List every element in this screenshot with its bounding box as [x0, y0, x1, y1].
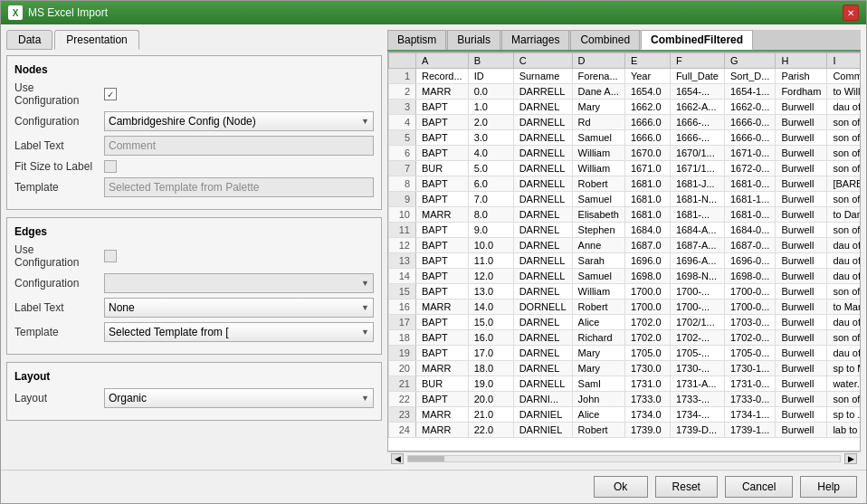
table-cell: BAPT	[416, 115, 469, 130]
table-cell: Sarah	[572, 253, 624, 269]
row-number: 23	[389, 407, 416, 423]
edges-use-config-checkbox[interactable]	[104, 250, 117, 262]
edges-template-select[interactable]: Selected Template from [ ▼	[104, 322, 374, 342]
layout-control: Organic ▼	[104, 388, 374, 408]
table-cell: 1681-0...	[724, 176, 775, 192]
row-number: 3	[389, 100, 416, 115]
main-content: Data Presentation Nodes Use Configuratio…	[1, 24, 866, 470]
table-cell: 1702-0...	[724, 330, 775, 346]
table-cell: DARNEL	[513, 361, 572, 376]
table-cell: 18.0	[468, 361, 513, 376]
nodes-fit-size-control	[104, 160, 374, 173]
cancel-button[interactable]: Cancel	[725, 476, 793, 498]
nodes-config-select[interactable]: Cambridgeshire Config (Node) ▼	[104, 111, 374, 131]
nodes-use-config-checkbox[interactable]: ✓	[104, 88, 117, 100]
table-cell: dau of ...	[827, 346, 861, 361]
table-cell: 6.0	[468, 176, 513, 192]
layout-section-title: Layout	[14, 370, 374, 383]
table-cell: DARRELL	[513, 84, 572, 100]
nodes-use-config-row: Use Configuration ✓	[14, 81, 374, 107]
table-cell: Saml	[572, 376, 624, 392]
edges-label-text-select[interactable]: None ▼	[104, 298, 374, 318]
table-cell: DORNELL	[513, 300, 572, 315]
table-cell: Surname	[513, 69, 572, 84]
edges-label-text-row: Label Text None ▼	[14, 298, 374, 318]
table-cell: 1731-A...	[670, 376, 724, 392]
table-cell: Burwell	[776, 192, 827, 207]
table-cell: ID	[468, 69, 513, 84]
table-cell: BAPT	[416, 100, 469, 115]
table-cell: Burwell	[776, 207, 827, 223]
horizontal-scrollbar[interactable]: ◀ ▶	[387, 452, 861, 464]
table-cell: 1730-...	[670, 361, 724, 376]
scroll-track[interactable]	[407, 455, 841, 462]
layout-section: Layout Layout Organic ▼	[6, 362, 382, 421]
nodes-use-config-control: ✓	[104, 88, 374, 100]
table-cell: DARNELL	[513, 146, 572, 161]
table-row: 11BAPT9.0DARNELStephen1684.01684-A...168…	[389, 223, 862, 238]
table-cell: 1681-0...	[724, 207, 775, 223]
table-cell: 9.0	[468, 223, 513, 238]
table-cell: Year	[624, 69, 670, 84]
reset-button[interactable]: Reset	[655, 476, 718, 498]
tab-burials[interactable]: Burials	[447, 30, 500, 50]
table-row: 1Record...IDSurnameForena...YearFull_Dat…	[389, 69, 862, 84]
close-button[interactable]: ✕	[843, 5, 859, 21]
ok-button[interactable]: Ok	[594, 476, 648, 498]
scroll-left-btn[interactable]: ◀	[391, 453, 404, 464]
nodes-fit-size-row: Fit Size to Label	[14, 160, 374, 173]
table-cell: 1654-...	[670, 84, 724, 100]
table-cell: Mary	[572, 361, 624, 376]
table-cell: 1696.0	[624, 253, 670, 269]
table-cell: 0.0	[468, 84, 513, 100]
nodes-fit-size-checkbox[interactable]	[104, 160, 117, 173]
tab-data[interactable]: Data	[6, 30, 52, 50]
table-row: 3BAPT1.0DARNELMary1662.01662-A...1662-0.…	[389, 100, 862, 115]
table-cell: 1654-1...	[724, 84, 775, 100]
table-cell: Alice	[572, 407, 624, 423]
table-cell: Burwell	[776, 423, 827, 438]
col-header-E: E	[624, 53, 670, 69]
edges-config-row: Configuration ▼	[14, 273, 374, 293]
table-cell: DARNELL	[513, 269, 572, 284]
scroll-thumb[interactable]	[408, 456, 444, 461]
table-cell: Mary	[572, 346, 624, 361]
table-cell: 7.0	[468, 192, 513, 207]
layout-row: Layout Organic ▼	[14, 388, 374, 408]
table-cell: DARNELL	[513, 253, 572, 269]
tab-combined[interactable]: Combined	[570, 30, 640, 50]
layout-select[interactable]: Organic ▼	[104, 388, 374, 408]
row-number: 11	[389, 223, 416, 238]
data-table-container[interactable]: A B C D E F G H I 1Record...IDSurnameFor…	[387, 52, 861, 452]
help-button[interactable]: Help	[800, 476, 857, 498]
table-cell: BAPT	[416, 346, 469, 361]
table-cell: MARR	[416, 300, 469, 315]
table-cell: 1681-N...	[670, 192, 724, 207]
nodes-section-title: Nodes	[14, 63, 374, 76]
table-cell: son of ...	[827, 223, 861, 238]
table-cell: 1698-N...	[670, 269, 724, 284]
table-row: 12BAPT10.0DARNELAnne1687.01687-A...1687-…	[389, 238, 862, 253]
tab-presentation[interactable]: Presentation	[54, 30, 138, 50]
table-cell: 1.0	[468, 100, 513, 115]
table-cell: 1681-...	[670, 207, 724, 223]
table-cell: 1666-...	[670, 115, 724, 130]
scroll-right-btn[interactable]: ▶	[844, 453, 857, 464]
table-cell: Richard	[572, 330, 624, 346]
table-row: 16MARR14.0DORNELLRobert1700.01700-...170…	[389, 300, 862, 315]
edges-section-title: Edges	[14, 225, 374, 238]
table-row: 17BAPT15.0DARNELAlice1702.01702/1...1703…	[389, 315, 862, 330]
table-cell: Burwell	[776, 330, 827, 346]
table-cell: dau of ...	[827, 100, 861, 115]
tab-marriages[interactable]: Marriages	[501, 30, 569, 50]
table-cell: 11.0	[468, 253, 513, 269]
table-cell: Burwell	[776, 269, 827, 284]
table-cell: Record...	[416, 69, 469, 84]
left-tabs: Data Presentation	[6, 30, 382, 50]
tab-baptism[interactable]: Baptism	[387, 30, 446, 50]
table-cell: DARNIEL	[513, 407, 572, 423]
table-cell: 1700-0...	[724, 284, 775, 300]
table-cell: 17.0	[468, 346, 513, 361]
row-number: 21	[389, 376, 416, 392]
tab-combined-filtered[interactable]: CombinedFiltered	[641, 30, 753, 50]
